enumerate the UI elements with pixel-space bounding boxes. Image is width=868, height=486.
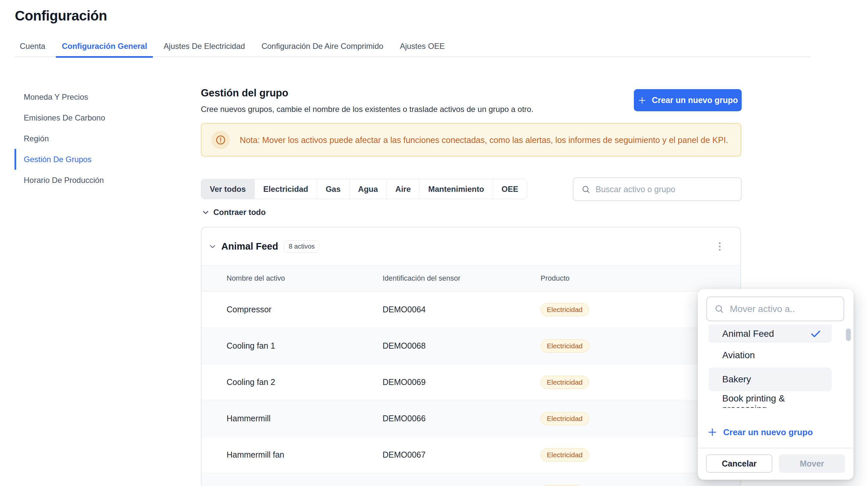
popup-divider <box>698 448 854 448</box>
sensor-id: DEMO0064 <box>382 305 540 314</box>
column-product: Producto <box>540 274 740 283</box>
move-button[interactable]: Mover <box>779 454 845 473</box>
asset-name: Compressor <box>226 305 382 314</box>
group-name: Animal Feed <box>221 241 278 252</box>
tab-configuracion-general[interactable]: Configuración General <box>62 41 147 57</box>
asset-name: Cooling fan 2 <box>226 377 382 387</box>
search-icon <box>714 304 724 314</box>
search-icon <box>581 185 590 194</box>
collapse-all-toggle[interactable]: Contraer todo <box>202 208 266 217</box>
product-badge: Electricidad <box>540 412 589 425</box>
sidebar-item-region[interactable]: Región <box>14 128 169 149</box>
tab-ajustes-oee[interactable]: Ajustes OEE <box>400 41 444 57</box>
product-badge: Electricidad <box>540 448 589 462</box>
asset-search <box>573 177 742 201</box>
filter-agua[interactable]: Agua <box>349 179 387 199</box>
tab-cuenta[interactable]: Cuenta <box>20 41 45 57</box>
check-icon <box>810 328 821 339</box>
sidebar-item-moneda-y-precios[interactable]: Moneda Y Precios <box>14 86 169 107</box>
cancel-button[interactable]: Cancelar <box>706 454 772 473</box>
option-book-printing[interactable]: Book printing & processing <box>709 391 832 408</box>
filter-aire[interactable]: Aire <box>387 179 420 199</box>
group-menu-kebab-icon[interactable] <box>716 240 723 253</box>
table-row: Cooling fan 1 DEMO0068 Electricidad <box>202 328 740 364</box>
filter-mantenimiento[interactable]: Mantenimiento <box>420 179 493 199</box>
note-banner: Nota: Mover los activos puede afectar a … <box>201 123 741 156</box>
option-label: Book printing & processing <box>722 393 832 408</box>
product-badge: Electricidad <box>540 376 589 389</box>
sensor-id: DEMO0069 <box>382 377 540 387</box>
asset-name: Hammermill fan <box>226 450 382 460</box>
move-search-input[interactable] <box>729 304 836 315</box>
move-search <box>706 296 844 321</box>
sensor-id: DEMO0066 <box>382 414 540 423</box>
product-badge: Electricidad <box>540 339 589 353</box>
tab-configuracion-de-aire-comprimido[interactable]: Configuración De Aire Comprimido <box>261 41 383 57</box>
create-group-button[interactable]: Crear un nuevo grupo <box>634 89 742 111</box>
group-card: Animal Feed 8 activos Nombre del activo … <box>201 227 741 486</box>
option-label: Bakery <box>722 374 751 384</box>
asset-name: Hammermill <box>226 414 382 423</box>
plus-icon <box>707 427 717 437</box>
create-group-button-label: Crear un nuevo grupo <box>652 95 738 105</box>
filter-gas[interactable]: Gas <box>317 179 349 199</box>
filter-oee[interactable]: OEE <box>493 179 527 199</box>
asset-count-badge: 8 activos <box>284 240 319 253</box>
scrollbar-thumb[interactable] <box>846 328 851 341</box>
table-row: Cooling fan 2 DEMO0069 Electricidad <box>202 364 740 400</box>
filter-electricidad[interactable]: Electricidad <box>255 179 317 199</box>
section-heading: Gestión del grupo <box>201 87 288 99</box>
sidebar-item-label: Gestión De Grupos <box>24 155 91 164</box>
page-title: Configuración <box>15 8 107 24</box>
sidebar-item-gestion-de-grupos[interactable]: Gestión De Grupos <box>14 149 169 170</box>
sidebar-item-label: Horario De Producción <box>24 176 104 185</box>
column-asset-name: Nombre del activo <box>226 274 382 283</box>
product-filter-group: Ver todos Electricidad Gas Agua Aire Man… <box>201 179 527 199</box>
table-row: Hammermill fan DEMO0067 Electricidad <box>202 437 740 473</box>
option-bakery[interactable]: Bakery <box>709 368 832 391</box>
settings-sidebar: Moneda Y Precios Emisiones De Carbono Re… <box>14 86 169 191</box>
note-text: Nota: Mover los activos puede afectar a … <box>240 134 728 146</box>
product-badge: Electricidad <box>540 303 589 316</box>
plus-icon <box>638 96 647 105</box>
option-aviation[interactable]: Aviation <box>709 343 832 368</box>
create-group-link[interactable]: Crear un nuevo grupo <box>707 424 813 441</box>
alert-circle-icon <box>211 131 230 149</box>
sidebar-item-emisiones-de-carbono[interactable]: Emisiones De Carbono <box>14 107 169 128</box>
sensor-id: DEMO0067 <box>382 450 540 460</box>
table-row: Hammermill DEMO0066 Electricidad <box>202 400 740 437</box>
sidebar-item-label: Región <box>24 134 49 143</box>
section-description: Cree nuevos grupos, cambie el nombre de … <box>201 105 534 114</box>
sidebar-item-label: Moneda Y Precios <box>24 92 88 102</box>
sidebar-item-label: Emisiones De Carbono <box>24 113 105 122</box>
sidebar-item-horario-de-produccion[interactable]: Horario De Producción <box>14 170 169 191</box>
option-animal-feed[interactable]: Animal Feed <box>709 324 832 343</box>
option-label: Aviation <box>722 350 755 361</box>
column-sensor-id: Identificación del sensor <box>382 274 540 283</box>
asset-name: Cooling fan 1 <box>226 341 382 351</box>
search-input[interactable] <box>595 184 735 195</box>
filter-ver-todos[interactable]: Ver todos <box>201 179 255 199</box>
option-label: Animal Feed <box>722 328 774 339</box>
tab-bar: Cuenta Configuración General Ajustes De … <box>20 41 444 57</box>
table-row: Compressor DEMO0064 Electricidad <box>202 291 740 328</box>
table-row-partial <box>202 473 740 486</box>
create-group-link-label: Crear un nuevo grupo <box>723 427 813 437</box>
sensor-id: DEMO0068 <box>382 341 540 351</box>
table-header: Nombre del activo Identificación del sen… <box>202 265 740 291</box>
group-card-header: Animal Feed 8 activos <box>202 227 740 265</box>
group-chevron-down-icon[interactable] <box>209 242 217 251</box>
chevron-down-icon <box>202 209 209 216</box>
collapse-all-label: Contraer todo <box>213 208 266 217</box>
tab-ajustes-de-electricidad[interactable]: Ajustes De Electricidad <box>163 41 245 57</box>
group-options-list: Animal Feed Aviation Bakery Book printin… <box>698 324 854 408</box>
move-asset-popup: Animal Feed Aviation Bakery Book printin… <box>698 289 854 480</box>
